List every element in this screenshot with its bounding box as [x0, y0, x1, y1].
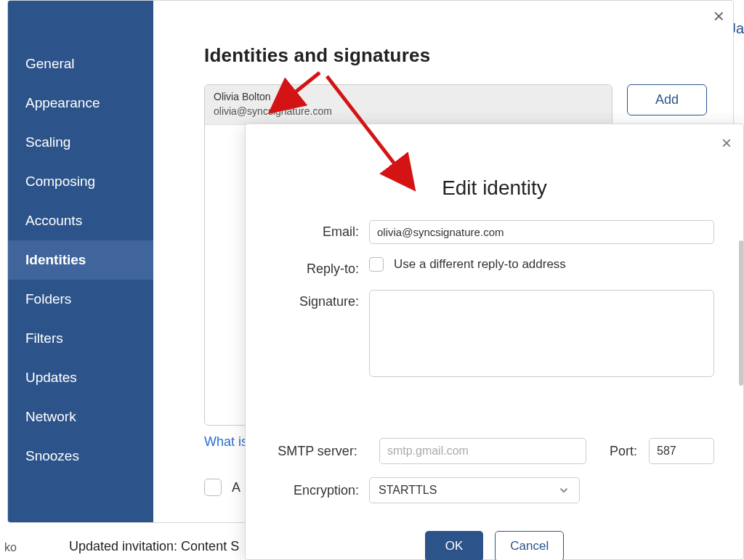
sidebar-item-appearance[interactable]: Appearance — [8, 84, 153, 123]
smtp-server-input[interactable] — [379, 438, 586, 464]
identity-name: Olivia Bolton — [214, 91, 603, 102]
signature-textarea[interactable] — [369, 290, 714, 377]
encryption-label: Encryption: — [275, 483, 369, 498]
signature-label: Signature: — [275, 290, 369, 309]
reply-to-checkbox-label: Use a different reply-to address — [394, 257, 566, 272]
sidebar-item-network[interactable]: Network — [8, 397, 153, 437]
background-invite-text: Updated invitation: Content S — [69, 539, 239, 554]
smtp-server-label: SMTP server: — [275, 444, 368, 459]
settings-sidebar: General Appearance Scaling Composing Acc… — [8, 1, 153, 522]
chevron-down-icon — [557, 484, 570, 497]
edit-identity-modal: × Edit identity Email: Reply-to: Use a d… — [245, 123, 744, 560]
what-is-link[interactable]: What is — [204, 434, 248, 450]
auto-label: A — [232, 480, 240, 495]
modal-title: Edit identity — [246, 176, 743, 200]
port-input[interactable] — [649, 438, 714, 464]
section-title: Identities and signatures — [204, 44, 707, 67]
cancel-button[interactable]: Cancel — [495, 531, 564, 560]
identity-item[interactable]: Olivia Bolton olivia@syncsignature.com — [205, 85, 612, 125]
sidebar-item-identities[interactable]: Identities — [8, 240, 153, 280]
email-label: Email: — [275, 220, 369, 240]
sidebar-item-folders[interactable]: Folders — [8, 280, 153, 319]
sidebar-item-accounts[interactable]: Accounts — [8, 201, 153, 240]
identity-email: olivia@syncsignature.com — [214, 105, 603, 117]
port-label: Port: — [610, 444, 637, 459]
sidebar-item-snoozes[interactable]: Snoozes — [8, 437, 153, 476]
reply-to-label: Reply-to: — [275, 257, 369, 277]
close-icon[interactable]: × — [721, 134, 732, 152]
reply-to-checkbox[interactable] — [369, 257, 384, 272]
add-button[interactable]: Add — [627, 84, 707, 115]
auto-checkbox[interactable] — [204, 479, 222, 496]
scrollbar[interactable] — [739, 240, 743, 386]
ok-button[interactable]: OK — [425, 531, 484, 560]
sidebar-item-updates[interactable]: Updates — [8, 358, 153, 397]
background-text-ko: ko — [4, 541, 17, 554]
encryption-value: STARTTLS — [379, 484, 437, 497]
email-input[interactable] — [369, 220, 714, 244]
sidebar-item-composing[interactable]: Composing — [8, 162, 153, 201]
sidebar-item-general[interactable]: General — [8, 44, 153, 84]
sidebar-item-scaling[interactable]: Scaling — [8, 123, 153, 162]
encryption-select[interactable]: STARTTLS — [369, 477, 580, 503]
sidebar-item-filters[interactable]: Filters — [8, 319, 153, 358]
